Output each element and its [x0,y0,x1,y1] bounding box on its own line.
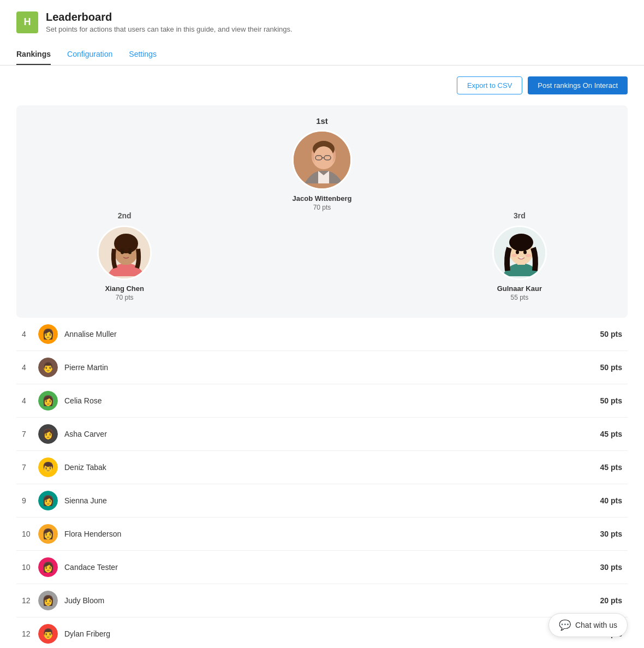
list-pts: 50 pts [600,363,628,372]
first-place-card: 1st Jacob Wi [27,116,617,211]
list-item: 4 👩 Annalise Muller 50 pts [16,318,628,351]
list-item: 7 👦 Deniz Tabak 45 pts [16,451,628,484]
svg-text:👩: 👩 [42,528,55,540]
second-place-pts: 70 pts [116,294,134,301]
list-name: Pierre Martin [64,363,600,372]
svg-point-12 [114,234,138,253]
second-avatar [97,225,152,280]
list-name: Candace Tester [64,563,600,572]
list-pts: 30 pts [600,563,628,572]
svg-text:👩: 👩 [42,561,55,573]
list-item: 12 👩 Judy Bloom 20 pts [16,584,628,617]
svg-text:👩: 👩 [42,395,55,407]
first-place-pts: 70 pts [313,204,331,211]
list-rank: 7 [16,463,38,472]
svg-text:👨: 👨 [42,628,55,640]
svg-text:👩: 👩 [42,428,55,440]
svg-rect-8 [294,132,352,190]
list-avatar: 👩 [38,424,58,444]
tab-configuration[interactable]: Configuration [67,44,112,65]
list-rank: 7 [16,430,38,438]
podium-section: 1st Jacob Wi [16,105,628,318]
list-item: 4 👩 Celia Rose 50 pts [16,384,628,418]
chat-icon: 💬 [559,619,571,631]
list-name: Sienna June [64,496,600,505]
list-rank: 4 [16,396,38,405]
chat-label: Chat with us [575,621,617,629]
svg-text:👩: 👩 [42,595,55,607]
list-avatar: 👩 [38,391,58,411]
first-avatar [292,130,352,190]
svg-text:👦: 👦 [42,461,55,473]
third-place-card: 3rd [422,211,617,301]
list-name: Judy Bloom [64,596,600,605]
list-name: Dylan Friberg [64,629,600,638]
post-rankings-button[interactable]: Post rankings On Interact [528,76,628,94]
svg-text:👩: 👩 [42,495,55,507]
list-item: 4 👨 Pierre Martin 50 pts [16,351,628,384]
svg-point-18 [509,234,533,251]
list-rank: 12 [16,629,38,638]
list-name: Celia Rose [64,396,600,405]
export-csv-button[interactable]: Export to CSV [457,76,522,94]
third-place-name: Gulnaar Kaur [497,284,542,293]
list-item: 9 👩 Sienna June 40 pts [16,484,628,518]
list-pts: 45 pts [600,430,628,438]
svg-point-21 [516,251,519,254]
list-avatar: 👨 [38,624,58,644]
list-item: 7 👩 Asha Carver 45 pts [16,418,628,451]
page-title: Leaderboard [46,11,293,23]
chat-button[interactable]: 💬 Chat with us [548,613,628,637]
list-avatar: 👩 [38,591,58,610]
list-rank: 9 [16,496,38,505]
first-place-name: Jacob Wittenberg [293,194,352,203]
list-avatar: 👩 [38,557,58,577]
list-avatar: 👦 [38,457,58,477]
list-avatar: 👩 [38,491,58,510]
svg-point-19 [511,254,517,257]
list-pts: 20 pts [600,596,628,605]
leaderboard-list: 4 👩 Annalise Muller 50 pts 4 👨 Pierre Ma… [16,318,628,648]
svg-text:👨: 👨 [42,361,55,373]
list-avatar: 👨 [38,358,58,377]
third-avatar [492,225,547,280]
list-name: Asha Carver [64,430,600,438]
list-avatar: 👩 [38,324,58,344]
svg-point-13 [121,251,124,254]
second-place-card: 2nd [27,211,222,301]
list-pts: 30 pts [600,530,628,538]
list-name: Annalise Muller [64,330,600,338]
svg-point-20 [526,254,531,257]
list-name: Deniz Tabak [64,463,600,472]
tab-rankings[interactable]: Rankings [16,44,51,65]
second-place-name: Xiang Chen [105,284,144,293]
list-avatar: 👩 [38,524,58,544]
tab-settings[interactable]: Settings [129,44,157,65]
list-pts: 45 pts [600,463,628,472]
toolbar: Export to CSV Post rankings On Interact [0,66,644,105]
list-name: Flora Henderson [64,530,600,538]
header-text: Leaderboard Set points for actions that … [46,11,293,33]
list-item: 10 👩 Flora Henderson 30 pts [16,518,628,551]
list-rank: 12 [16,596,38,605]
svg-point-22 [523,251,527,254]
svg-text:👩: 👩 [42,328,55,340]
tab-bar: Rankings Configuration Settings [0,44,644,66]
page-header: H Leaderboard Set points for actions tha… [0,0,644,39]
second-rank-label: 2nd [118,211,132,220]
list-item: 10 👩 Candace Tester 30 pts [16,551,628,584]
app-logo: H [16,11,38,33]
third-rank-label: 3rd [514,211,526,220]
list-pts: 50 pts [600,330,628,338]
list-pts: 40 pts [600,496,628,505]
list-rank: 4 [16,363,38,372]
list-rank: 10 [16,530,38,538]
list-pts: 50 pts [600,396,628,405]
list-item: 12 👨 Dylan Friberg 20 pts [16,617,628,648]
third-place-pts: 55 pts [510,294,528,301]
first-rank-label: 1st [316,116,328,126]
svg-point-14 [128,251,132,254]
page-subtitle: Set points for actions that users can ta… [46,25,293,33]
list-rank: 10 [16,563,38,572]
list-rank: 4 [16,330,38,338]
